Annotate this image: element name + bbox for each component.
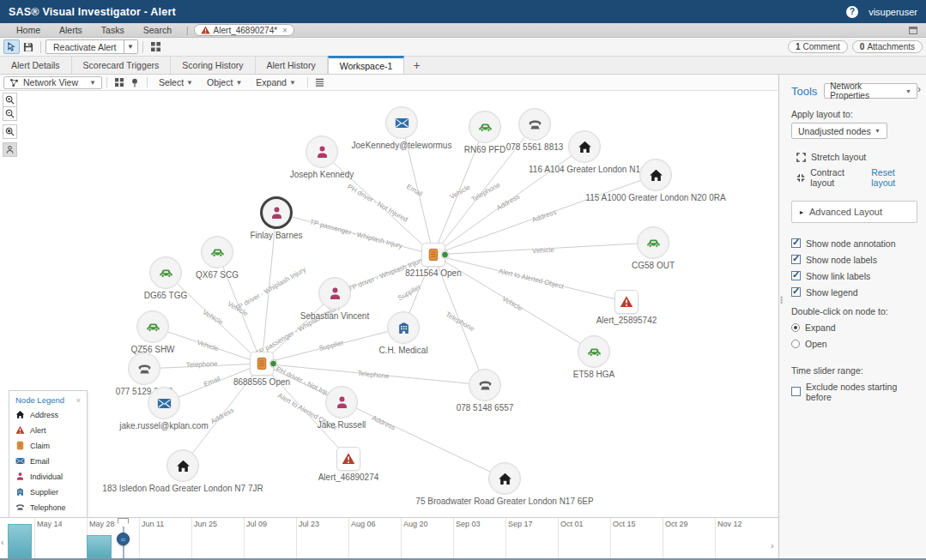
show-legend-checkbox[interactable]: Show legend [791,284,917,300]
node-addr-115-a1000[interactable] [639,159,672,191]
tab-scoring-history[interactable]: Scoring History [171,56,255,74]
node-cg58-out[interactable] [637,226,669,259]
menu-item-alerts[interactable]: Alerts [59,25,82,35]
reset-layout-link[interactable]: Reset layout [871,167,917,188]
menu-item-tasks[interactable]: Tasks [101,25,124,35]
close-tab-icon[interactable]: × [282,26,287,35]
collapse-panel-icon[interactable]: › [917,83,921,95]
window-icon[interactable] [909,27,917,34]
view-type-dropdown[interactable]: Network View ▼ [3,76,102,89]
layout-grid-button-2[interactable] [112,76,127,89]
node-legend: Node Legend × AddressAlertClaimEmailIndi… [9,390,88,517]
tab-alert-details[interactable]: Alert Details [0,56,72,74]
zoom-out-button[interactable] [3,106,17,121]
timeline-slider-flag[interactable] [118,518,129,527]
alert-triangle-icon [201,26,210,34]
exclude-nodes-checkbox[interactable]: Exclude nodes starting before [791,378,917,405]
claim-document-icon [427,248,440,262]
sas-visual-investigator-window: SAS® Visual Investigator - Alert ? visup… [0,0,926,560]
node-dg65-tgg[interactable] [149,256,182,289]
menu-item-search[interactable]: Search [143,25,172,35]
timeline-scroll-left-icon[interactable]: ‹ [1,537,4,547]
tools-panel: ••• › Tools Network Properties ▼ Apply l… [778,75,926,558]
node-addr-116-a104[interactable] [568,130,601,163]
reactivate-alert-caret[interactable]: ▼ [124,39,138,54]
car-icon [146,320,160,334]
node-joseph-kennedy[interactable] [306,135,338,168]
stretch-layout-button[interactable]: Stretch layout [791,149,917,165]
layout-grid-button[interactable] [148,39,164,54]
comments-button[interactable]: 1Comment [788,40,848,53]
node-ch-medical[interactable] [387,311,420,344]
node-alert-46890274[interactable] [336,447,360,471]
layout-target-dropdown[interactable]: Unadjusted nodes ▼ [791,123,887,139]
timeline-slider-handle[interactable] [117,533,130,545]
node-rn69-pfd[interactable] [469,111,501,143]
user-name[interactable]: visuperuser [869,7,917,17]
checkbox-checked-icon[interactable] [791,238,801,248]
pin-nodes-button[interactable] [127,76,142,89]
attachments-button[interactable]: 0Attachments [852,40,923,53]
select-cursor-button[interactable] [3,39,20,54]
node-claim-8211564[interactable] [421,243,445,267]
list-options-button[interactable] [312,76,328,89]
node-jake-russell[interactable] [325,386,358,418]
reactivate-alert-label[interactable]: Reactivate Alert [45,39,124,54]
node-claim-8688565[interactable] [250,352,274,376]
node-tel-078-5148-6557[interactable] [469,369,501,401]
node-label: 8211564 Open [405,268,461,278]
checkbox-checked-icon[interactable] [791,271,801,280]
node-qx67-scg[interactable] [201,236,233,268]
nettoolbar-divider [106,77,107,87]
tab-workspace-1[interactable]: Workspace-1 [328,56,405,74]
node-et58-hga[interactable] [578,335,610,368]
radio-selected-icon[interactable] [791,323,800,332]
node-jake-email[interactable] [148,387,180,419]
node-addr-75-broadwater[interactable] [488,462,521,495]
show-node-annotation-checkbox[interactable]: Show node annotation [791,235,917,251]
node-finlay-barnes[interactable] [260,196,293,229]
show-node-labels-checkbox[interactable]: Show node labels [791,251,917,268]
expand-radio[interactable]: Expand [791,319,917,335]
advanced-layout-expander[interactable]: ▸ Advanced Layout [791,201,917,223]
menu-item-home[interactable]: Home [16,25,40,35]
show-link-labels-checkbox[interactable]: Show link labels [791,268,917,284]
person-filter-button[interactable] [3,142,17,157]
select-menu[interactable]: Select▼ [159,77,193,87]
node-joe-email[interactable] [385,106,418,139]
add-tab-button[interactable]: + [404,56,428,74]
node-qz56-shw[interactable] [136,310,169,343]
network-properties-dropdown[interactable]: Network Properties ▼ [824,83,917,99]
open-radio[interactable]: Open [791,335,917,352]
node-label: 115 A1000 Greater London N20 0RA [585,193,725,202]
open-alert-tab[interactable]: Alert_46890274* × [194,24,294,36]
chevron-down-icon: ▼ [186,79,193,87]
checkbox-checked-icon[interactable] [791,287,801,297]
zoom-fit-button[interactable] [3,124,17,139]
node-tel-077-5129-3696[interactable] [128,352,160,385]
object-menu[interactable]: Object▼ [207,77,242,87]
help-icon[interactable]: ? [846,6,858,18]
node-alert-25895742[interactable] [614,290,639,314]
house-icon [649,168,663,183]
node-tel-078-5561-8813[interactable] [518,108,551,141]
node-label: 183 Isledon Road Greater London N7 7JR [102,484,263,493]
time-slider[interactable]: ‹ › May 14May 28Jun 11Jun 25Jul 09Jul 23… [0,517,778,558]
timeline-scroll-right-icon[interactable]: › [771,540,774,551]
radio-icon[interactable] [791,340,800,348]
legend-close-icon[interactable]: × [76,396,81,405]
open-status-dot [269,360,277,368]
tab-scorecard-triggers[interactable]: Scorecard Triggers [72,56,172,74]
contract-layout-button[interactable]: Contract layout [810,167,866,188]
tab-alert-history[interactable]: Alert History [256,56,328,74]
checkbox-unchecked-icon[interactable] [791,387,801,396]
checkbox-checked-icon[interactable] [791,255,801,264]
node-addr-183-isledon[interactable] [166,449,199,482]
zoom-in-button[interactable] [3,93,17,107]
network-canvas[interactable]: PH driver - Not InjuredEmailVehicleTelep… [0,91,778,517]
save-button[interactable] [20,39,36,54]
expand-menu[interactable]: Expand▼ [256,77,296,87]
node-sebastian-vincent[interactable] [318,277,351,310]
reactivate-alert-button[interactable]: Reactivate Alert ▼ [45,39,138,54]
panel-resize-handle[interactable]: ••• [780,297,782,304]
